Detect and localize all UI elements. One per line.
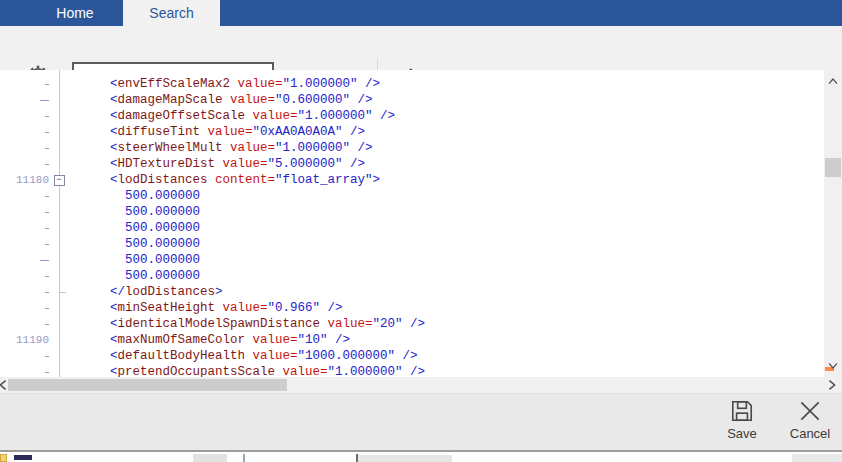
line-tick (0, 372, 53, 373)
line-tick (0, 148, 53, 149)
fold-column (53, 268, 65, 284)
fold-column (53, 108, 65, 124)
fold-column (53, 124, 65, 140)
code-line: 11190 <maxNumOfSameColor value="10" /> (0, 332, 824, 348)
fold-column (53, 140, 65, 156)
line-tick (0, 292, 53, 293)
tab-search[interactable]: Search (123, 0, 220, 26)
line-tick (0, 100, 53, 101)
fold-collapse-box[interactable]: − (54, 175, 65, 186)
code-text: <pretendOccupantsScale value="1.000000" … (65, 364, 425, 377)
fold-column (53, 332, 65, 348)
code-line: <envEffScaleMax2 value="1.000000" /> (0, 76, 824, 92)
line-tick (0, 164, 53, 165)
code-text: 500.000000 (65, 252, 200, 268)
vertical-scroll-thumb[interactable] (825, 158, 841, 177)
line-number: 11190 (0, 334, 53, 346)
code-text: 500.000000 (65, 236, 200, 252)
code-line: 500.000000 (0, 204, 824, 220)
code-line: <minSeatHeight value="0.966" /> (0, 300, 824, 316)
fold-column (53, 316, 65, 332)
code-line: <diffuseTint value="0xAA0A0A0A" /> (0, 124, 824, 140)
code-line: 500.000000 (0, 236, 824, 252)
ribbon-tab-bar: Home Search (0, 0, 842, 26)
fold-column (53, 252, 65, 268)
code-text: <envEffScaleMax2 value="1.000000" /> (65, 76, 380, 92)
code-text: <identicalModelSpawnDistance value="20" … (65, 316, 425, 332)
line-tick (0, 132, 53, 133)
fold-column (53, 92, 65, 108)
fold-column (53, 284, 65, 300)
vertical-scrollbar[interactable] (824, 70, 842, 377)
action-bar: Save Cancel (0, 393, 842, 452)
code-text: <HDTextureDist value="5.000000" /> (65, 156, 365, 172)
fold-column (53, 156, 65, 172)
code-text: 500.000000 (65, 204, 200, 220)
line-number: 11180 (0, 174, 53, 186)
code-text: <lodDistances content="float_array"> (65, 172, 380, 188)
fold-column (53, 76, 65, 92)
line-tick (0, 260, 53, 261)
line-tick (0, 324, 53, 325)
line-tick (0, 356, 53, 357)
save-button[interactable]: Save (712, 398, 772, 448)
line-tick (0, 212, 53, 213)
line-tick (0, 196, 53, 197)
fold-column (53, 188, 65, 204)
fold-column (53, 300, 65, 316)
background-text-fragment (14, 455, 32, 460)
line-tick (0, 308, 53, 309)
code-line: <identicalModelSpawnDistance value="20" … (0, 316, 824, 332)
code-line: 500.000000 (0, 220, 824, 236)
background-window-sliver (0, 454, 842, 462)
scroll-right-icon[interactable] (824, 378, 840, 392)
code-text: </lodDistances> (65, 284, 223, 300)
code-line: <pretendOccupantsScale value="1.000000" … (0, 364, 824, 377)
fold-column (53, 348, 65, 364)
code-line: 11180− <lodDistances content="float_arra… (0, 172, 824, 188)
code-text: <diffuseTint value="0xAA0A0A0A" /> (65, 124, 365, 140)
save-icon (729, 398, 755, 424)
horizontal-scrollbar[interactable] (0, 377, 842, 393)
code-line: 500.000000 (0, 268, 824, 284)
line-tick (0, 228, 53, 229)
code-text: <maxNumOfSameColor value="10" /> (65, 332, 350, 348)
fold-column (53, 204, 65, 220)
code-line: <damageMapScale value="0.600000" /> (0, 92, 824, 108)
code-line: </lodDistances> (0, 284, 824, 300)
tab-home-label: Home (56, 5, 93, 21)
background-folder-icon (0, 454, 7, 462)
code-text: 500.000000 (65, 220, 200, 236)
code-line: 500.000000 (0, 252, 824, 268)
line-tick (0, 116, 53, 117)
code-text: 500.000000 (65, 268, 200, 284)
cancel-button[interactable]: Cancel (778, 398, 842, 448)
line-tick (0, 244, 53, 245)
scroll-up-icon[interactable] (824, 72, 842, 90)
cancel-button-label: Cancel (790, 426, 830, 441)
search-toolbar (0, 26, 842, 70)
tab-home[interactable]: Home (38, 0, 112, 26)
code-text: <defaultBodyHealth value="1000.000000" /… (65, 348, 418, 364)
code-text: 500.000000 (65, 188, 200, 204)
fold-column (53, 364, 65, 377)
code-text: <minSeatHeight value="0.966" /> (65, 300, 343, 316)
code-lines: <envEffScaleMax2 value="1.000000" /> <da… (0, 76, 824, 377)
code-line: <HDTextureDist value="5.000000" /> (0, 156, 824, 172)
code-text: <damageMapScale value="0.600000" /> (65, 92, 373, 108)
fold-column (53, 236, 65, 252)
fold-column: − (53, 172, 65, 188)
code-text: <steerWheelMult value="1.000000" /> (65, 140, 373, 156)
scroll-down-icon[interactable] (824, 357, 842, 375)
horizontal-scroll-thumb[interactable] (8, 379, 287, 391)
code-text: <damageOffsetScale value="1.000000" /> (65, 108, 395, 124)
line-tick (0, 84, 53, 85)
code-line: <damageOffsetScale value="1.000000" /> (0, 108, 824, 124)
save-button-label: Save (727, 426, 757, 441)
xml-editor-window: Home Search (0, 0, 842, 462)
tab-search-label: Search (149, 5, 193, 21)
code-line: <steerWheelMult value="1.000000" /> (0, 140, 824, 156)
line-tick (0, 276, 53, 277)
xml-code-editor[interactable]: <envEffScaleMax2 value="1.000000" /> <da… (0, 70, 824, 377)
cancel-icon (797, 398, 823, 424)
